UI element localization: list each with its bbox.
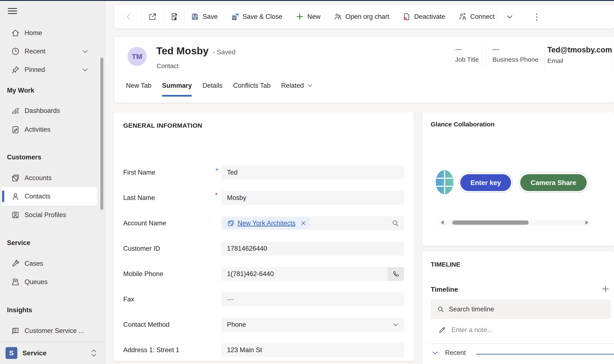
- add-timeline-record-icon[interactable]: [601, 285, 610, 293]
- wrench-icon: [11, 259, 20, 268]
- account-lookup-chip[interactable]: New York Architects: [223, 217, 311, 229]
- account-lookup-input[interactable]: New York Architects: [221, 216, 404, 230]
- sidebar-section-customers: Customers: [7, 154, 41, 161]
- save-button[interactable]: Save: [191, 13, 218, 21]
- camera-share-button[interactable]: Camera Share: [518, 172, 588, 193]
- sidebar-section-service: Service: [7, 239, 30, 247]
- form-assist-icon[interactable]: [169, 12, 179, 21]
- app-switcher-updown-icon[interactable]: [90, 348, 98, 358]
- sidebar-item-label: Pinned: [25, 66, 45, 74]
- tab-summary[interactable]: Summary: [162, 79, 192, 97]
- sidebar-item-label: Activities: [25, 126, 50, 133]
- open-in-new-window-icon[interactable]: [148, 12, 157, 21]
- timeline-search-box[interactable]: [431, 299, 611, 319]
- timeline-divider: [431, 343, 614, 344]
- sidebar-item-dashboards[interactable]: Dashboards: [0, 102, 99, 120]
- sitemap-sidebar: Home Recent Pinned My Work Dashboards Ac…: [0, 1, 105, 364]
- recent-group-toggle[interactable]: Recent: [432, 349, 466, 357]
- tab-related[interactable]: Related: [281, 79, 313, 97]
- sidebar-scrollbar[interactable]: [100, 57, 103, 210]
- record-header: TM Ted Mosby - Saved Contact --- Job Tit…: [114, 37, 614, 103]
- app-window: Home Recent Pinned My Work Dashboards Ac…: [0, 0, 614, 364]
- recent-label: Recent: [445, 349, 466, 357]
- entity-type-label: Contact: [157, 62, 179, 70]
- scrollbar-thumb[interactable]: [452, 221, 529, 225]
- sidebar-item-social-profiles[interactable]: Social Profiles: [0, 206, 99, 224]
- remove-value-icon[interactable]: [300, 220, 307, 226]
- sidebar-item-label: Social Profiles: [25, 211, 66, 219]
- save-and-close-button[interactable]: Save & Close: [231, 13, 282, 21]
- sidebar-item-home[interactable]: Home: [0, 24, 99, 42]
- horizontal-scrollbar[interactable]: [439, 220, 590, 226]
- timeline-panel: TIMELINE Timeline Enter a note... Recent: [422, 251, 614, 364]
- new-button[interactable]: New: [295, 13, 321, 21]
- sidebar-item-label: Queues: [25, 278, 48, 286]
- field-fax: Fax: [123, 292, 404, 306]
- app-name: Service: [22, 349, 47, 357]
- social-profile-icon: [11, 210, 20, 220]
- contact-person-icon: [11, 192, 20, 201]
- tab-conflicts-tab[interactable]: Conflicts Tab: [233, 79, 271, 97]
- account-link[interactable]: New York Architects: [237, 220, 295, 227]
- field-address-street: Address 1: Street 1: [123, 343, 404, 357]
- scroll-right-icon[interactable]: [586, 221, 588, 225]
- globe-icon: [435, 170, 454, 195]
- tab-details[interactable]: Details: [202, 79, 223, 97]
- record-name: Ted Mosby: [156, 45, 209, 57]
- save-and-close-icon: [231, 13, 239, 21]
- enter-key-button[interactable]: Enter key: [459, 172, 513, 193]
- account-record-icon: [227, 220, 235, 227]
- last-name-input[interactable]: [221, 191, 404, 205]
- sidebar-item-recent[interactable]: Recent: [0, 42, 99, 61]
- business-recommended-marker: +: [215, 166, 221, 173]
- recent-group-line: [476, 354, 614, 354]
- clock-icon: [11, 47, 20, 56]
- app-switcher[interactable]: S Service: [0, 342, 105, 364]
- chevron-down-icon: [307, 82, 313, 89]
- call-phone-button[interactable]: [388, 267, 404, 281]
- sidebar-item-customer-service[interactable]: Customer Service ...: [0, 322, 99, 340]
- phone-icon: [392, 270, 400, 278]
- sidebar-item-cases[interactable]: Cases: [0, 254, 99, 273]
- fax-input[interactable]: [221, 292, 404, 306]
- chevron-down-icon: [432, 349, 439, 356]
- deactivate-button[interactable]: Deactivate: [402, 13, 445, 21]
- enter-note-row[interactable]: Enter a note...: [438, 326, 493, 334]
- contact-method-select[interactable]: [221, 318, 404, 332]
- lookup-search-icon[interactable]: [391, 219, 400, 227]
- sidebar-item-queues[interactable]: Queues: [0, 273, 99, 291]
- address-street-input[interactable]: [221, 343, 404, 357]
- chevron-down-icon[interactable]: [82, 66, 89, 73]
- header-divider: [612, 46, 612, 66]
- sidebar-item-pinned[interactable]: Pinned: [0, 60, 99, 79]
- home-icon: [11, 28, 20, 38]
- scroll-left-icon[interactable]: [441, 221, 444, 225]
- open-org-chart-button[interactable]: Open org chart: [334, 13, 389, 21]
- hamburger-menu-icon[interactable]: [8, 8, 17, 16]
- dashboards-icon: [11, 106, 20, 115]
- save-status: - Saved: [213, 48, 236, 56]
- search-icon: [437, 305, 445, 313]
- general-information-section: GENERAL INFORMATION First Name + Last Na…: [113, 112, 414, 361]
- header-field-job-title: --- Job Title: [455, 45, 479, 63]
- connect-button[interactable]: Connect: [458, 13, 495, 21]
- org-chart-icon: [334, 13, 342, 21]
- sidebar-item-accounts[interactable]: Accounts: [0, 169, 99, 187]
- sidebar-item-contacts[interactable]: Contacts: [0, 187, 99, 206]
- mobile-phone-input[interactable]: [221, 267, 404, 281]
- first-name-input[interactable]: [221, 166, 404, 180]
- section-title: TIMELINE: [431, 261, 460, 268]
- tab-new-tab[interactable]: New Tab: [126, 79, 151, 97]
- app-badge: S: [5, 347, 17, 359]
- deactivate-icon: [402, 13, 411, 21]
- back-icon[interactable]: [124, 12, 133, 21]
- pin-icon: [11, 65, 20, 74]
- more-commands-chevron-icon[interactable]: [505, 12, 514, 21]
- chevron-down-icon[interactable]: [82, 48, 89, 55]
- timeline-search-input[interactable]: [449, 305, 597, 313]
- sidebar-item-label: Home: [25, 29, 42, 37]
- overflow-menu-icon[interactable]: ⋮: [532, 13, 541, 21]
- workspace-icon: [11, 326, 20, 335]
- sidebar-item-activities[interactable]: Activities: [0, 120, 99, 139]
- customer-id-input[interactable]: [221, 242, 404, 256]
